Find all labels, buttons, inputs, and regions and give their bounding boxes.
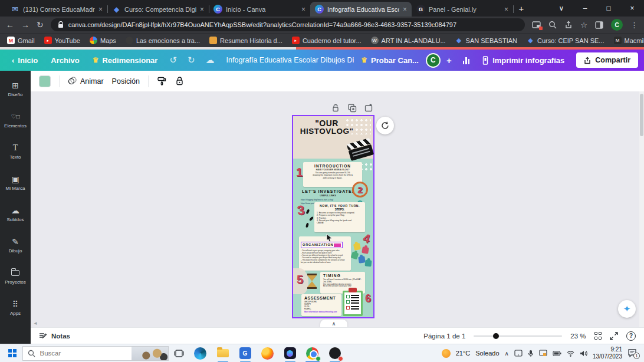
notification-center-button[interactable]: 1	[627, 349, 637, 357]
bookmark-youtube[interactable]: ▸YouTube	[44, 37, 80, 44]
tablet-icon[interactable]	[514, 350, 523, 357]
section-steps[interactable]: NOW, IT'S YOUR TURN. STEPS: 1. Become an…	[314, 202, 365, 232]
duplicate-page-icon[interactable]	[347, 103, 357, 113]
bookmark-art[interactable]: WART IN AL-ANDALU...	[371, 37, 446, 44]
maximize-button[interactable]: □	[597, 0, 620, 17]
design-title[interactable]: Infografía Educativa Escolar Dibujos Div…	[221, 56, 354, 64]
new-tab-button[interactable]: +	[513, 0, 530, 17]
infographic-title[interactable]: "OUR HISTOVLOG"	[293, 119, 360, 136]
tab-curso[interactable]: ◆ Curso: Competencia Digital ×	[107, 2, 209, 17]
taskbar-search[interactable]	[22, 346, 169, 361]
browser-avatar[interactable]: C	[611, 19, 623, 31]
taskbar-app-firefox[interactable]	[261, 346, 275, 360]
magic-assistant-button[interactable]: ✦	[618, 300, 636, 318]
tab-genially[interactable]: G Panel - Genial.ly ×	[412, 2, 513, 17]
position-button[interactable]: Posición	[112, 77, 140, 85]
home-button[interactable]: ‹Inicio	[6, 53, 44, 68]
copy-style-button[interactable]	[157, 76, 167, 86]
tray-expand-chevron-icon[interactable]: ∧	[505, 350, 509, 357]
close-window-button[interactable]: ×	[620, 0, 644, 17]
zoom-slider-handle[interactable]	[493, 333, 499, 339]
browser-menu-icon[interactable]: ⋮	[630, 21, 638, 29]
tab-activity-icon[interactable]	[532, 21, 541, 29]
minimize-button[interactable]: –	[573, 0, 597, 17]
forward-icon[interactable]: →	[21, 20, 29, 29]
help-button[interactable]: ?	[626, 331, 636, 341]
zoom-level[interactable]: 23 %	[570, 333, 586, 340]
organization-heading-selected[interactable]: ORGANIZATION	[301, 242, 343, 248]
scroll-left-arrow-icon[interactable]: ◄	[33, 321, 38, 326]
taskbar-app-edge[interactable]	[193, 346, 208, 360]
insights-chart-icon[interactable]	[458, 56, 475, 64]
background-color-swatch[interactable]	[39, 75, 51, 87]
bookmark-star-icon[interactable]: ☆	[580, 21, 587, 29]
undo-icon[interactable]: ↺	[165, 55, 182, 65]
section-4-number[interactable]: 4	[362, 231, 371, 246]
canva-avatar[interactable]: C	[426, 53, 441, 68]
sidebar-item-subidos[interactable]: ☁Subidos	[0, 198, 31, 229]
weather-temp[interactable]: 21°C	[456, 350, 471, 357]
taskbar-app-explorer[interactable]	[216, 346, 230, 360]
reload-icon[interactable]: ↻	[37, 20, 44, 29]
share-button[interactable]: Compartir	[576, 52, 638, 68]
bookmark-macmillan[interactable]: MMacmillan Educatio...	[614, 37, 644, 44]
taskbar-app-dark[interactable]	[283, 346, 297, 360]
bookmark-sansebastian[interactable]: ◆SAN SEBASTIAN	[455, 37, 517, 44]
weather-sun-icon[interactable]	[442, 349, 451, 358]
grid-view-icon[interactable]	[594, 332, 602, 340]
tab-infografia-active[interactable]: C Infografía Educativa Escolar ×	[310, 2, 412, 17]
section-assessment[interactable]: ASSESSMENT GROUP WORK SCRIPT VLOG RUBRIC…	[301, 294, 341, 316]
tab-canva-home[interactable]: C Inicio - Canva ×	[209, 2, 310, 17]
zoom-slider[interactable]	[474, 335, 562, 337]
design-canvas[interactable]: "OUR HISTOVLOG" 1 INTRODUCTION HAVE YOU …	[31, 91, 644, 327]
bookmark-gmail[interactable]: MGmail	[7, 37, 35, 44]
section-1-number[interactable]: 1	[296, 166, 303, 179]
section-5-number[interactable]: 5	[297, 273, 303, 287]
bookmark-resumen[interactable]: Resumen Historia d...	[209, 37, 282, 44]
sidebar-item-texto[interactable]: TTexto	[0, 136, 31, 167]
battery-icon[interactable]	[553, 351, 561, 356]
resize-button[interactable]: ♛Redimensionar	[87, 53, 164, 68]
bookmark-maps[interactable]: Maps	[90, 37, 116, 44]
url-field[interactable]: canva.com/design/DAFn8jpHfpk/hXr97B4OuoA…	[51, 18, 525, 31]
tab-correo[interactable]: ✉ (131) Correo EducaMadrid : ×	[6, 2, 107, 17]
microphone-icon[interactable]	[528, 350, 534, 357]
section-2-number-circle[interactable]: 2	[352, 182, 368, 198]
scrollbar-thumb[interactable]	[640, 94, 643, 136]
bookmark-ceip[interactable]: ◆Curso: CEIP SAN SE...	[527, 37, 604, 44]
infographic-page[interactable]: "OUR HISTOVLOG" 1 INTRODUCTION HAVE YOU …	[292, 115, 374, 318]
zoom-search-icon[interactable]	[548, 21, 557, 29]
sidebar-item-apps[interactable]: ⠿Apps	[0, 292, 31, 323]
sidebar-item-mi-marca[interactable]: ▣Mi Marca	[0, 167, 31, 198]
search-highlight-image[interactable]	[132, 347, 168, 361]
taskbar-app-media[interactable]	[328, 346, 342, 360]
try-pro-button[interactable]: ♛Probar Can...	[355, 53, 425, 68]
sidebar-item-elementos[interactable]: ♡□Elementos	[0, 104, 31, 136]
start-button[interactable]	[8, 349, 17, 357]
collapse-chevron-button[interactable]: ∧	[320, 320, 347, 327]
lock-page-icon[interactable]	[331, 103, 340, 113]
weather-desc[interactable]: Soleado	[475, 350, 499, 357]
page-indicator[interactable]: Página 1 de 1	[423, 333, 465, 340]
cast-screen-icon[interactable]	[539, 350, 547, 357]
volume-icon[interactable]	[580, 350, 587, 357]
file-menu-button[interactable]: Archivo	[45, 53, 85, 68]
wifi-icon[interactable]	[567, 350, 574, 357]
sidebar-item-dibujo[interactable]: ✎Dibujo	[0, 229, 31, 261]
vertical-scrollbar[interactable]	[639, 91, 644, 327]
close-icon[interactable]: ×	[504, 5, 508, 14]
redo-icon[interactable]: ↻	[183, 55, 200, 65]
add-page-icon[interactable]	[364, 103, 373, 113]
bookmark-emociones[interactable]: Las emociones a tra...	[126, 37, 200, 44]
lock-button[interactable]	[175, 76, 184, 86]
back-icon[interactable]: ←	[6, 20, 14, 29]
section-6-number[interactable]: 6	[365, 292, 371, 305]
close-icon[interactable]: ×	[301, 5, 305, 14]
taskbar-clock[interactable]: 9:21 13/07/2023	[593, 346, 622, 360]
fullscreen-icon[interactable]	[610, 332, 618, 340]
shuffle-style-button[interactable]	[376, 117, 394, 134]
section-introduction[interactable]: INTRODUCTION HAVE YOU EVER SEEN A VLOG? …	[303, 162, 362, 187]
section-organization[interactable]: ORGANIZATION – You will work in your gro…	[299, 236, 351, 271]
animate-button[interactable]: Animar	[68, 77, 104, 85]
tab-search-chevron-icon[interactable]: ∨	[550, 0, 573, 17]
